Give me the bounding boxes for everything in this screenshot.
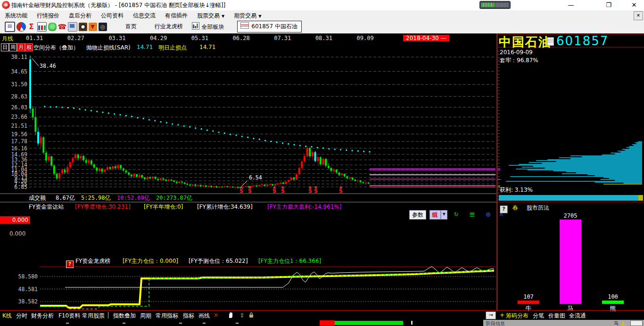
params-button[interactable]: 参数 (409, 210, 426, 220)
svg-text:19.56: 19.56 (11, 131, 27, 138)
toolbar-separator (108, 312, 108, 318)
svg-text:26.03: 26.03 (11, 104, 27, 111)
tiger-help-icon[interactable]: ? (66, 258, 75, 268)
document-close-button[interactable]: ✕ (634, 11, 643, 20)
bottom-tab-分时[interactable]: 分时 (16, 312, 27, 320)
bottom-tab-指标[interactable]: 指标 (183, 312, 194, 320)
status-up-arrow-icon: ▲ (621, 320, 625, 326)
radar-toolbar: 参数 组▼ ↻▼ ≡▼ ⊕ ✕ (408, 210, 505, 220)
bottom-toolbar: K线分时财务分析F10资料常用股票指数叠加周期常用指标指标画线 ✕ ⇕ → + … (0, 311, 644, 319)
radar-second-value: 0.000 (9, 230, 25, 237)
stop-label: 明日止损点 (158, 44, 187, 52)
panel-tab-全流通[interactable]: 全流通 (569, 312, 586, 320)
cost-date: 2016-09-09 (500, 49, 533, 56)
panel-tab-价量图[interactable]: 价量图 (548, 312, 565, 320)
computer-icon[interactable] (68, 22, 77, 32)
calendar-bar-value: 100 (599, 293, 627, 300)
add-pane-button[interactable]: + (500, 312, 504, 318)
scroll-right-button[interactable]: → (486, 311, 496, 319)
svg-text:58.580: 58.580 (18, 273, 38, 280)
compass-icon[interactable]: ◎ (99, 23, 107, 31)
status-dash (123, 323, 125, 324)
svg-text:14.69: 14.69 (11, 151, 27, 158)
menu-item-盘后分析[interactable]: 盘后分析 (64, 10, 96, 21)
stop-value: 14.71 (199, 44, 215, 50)
svg-text:23.66: 23.66 (11, 114, 27, 120)
date-tick: 01.31 (26, 35, 43, 41)
status-gray-panel: 阶段信息 马 ▲ (483, 320, 644, 326)
camera-icon[interactable] (79, 23, 87, 31)
sar-value: 14.71 (137, 44, 153, 50)
status-horse-label: 马 (614, 320, 619, 326)
date-tick: 05.31 (191, 35, 208, 41)
svg-text:38.46: 38.46 (40, 63, 56, 69)
refresh-icon[interactable]: ↻ (452, 210, 461, 219)
group-button[interactable]: 组 (429, 210, 441, 220)
bottom-tab-指数叠加[interactable]: 指数叠加 (113, 312, 136, 320)
svg-text:21.51: 21.51 (11, 122, 27, 129)
list-icon[interactable]: ≡ (468, 210, 477, 219)
bottom-tab-F10资料[interactable]: F10资料 (58, 312, 80, 320)
sigma-icon[interactable]: Σ (27, 23, 36, 31)
period-button-权[interactable]: 权 (25, 43, 33, 51)
menu-item-公司资料[interactable]: 公司资料 (96, 10, 128, 21)
menu-item-期货交易[interactable]: 期货交易▼ (229, 10, 266, 21)
document-icon[interactable]: ▤ (5, 22, 15, 32)
sar-label: 抛物止损线(SAR) (86, 44, 131, 52)
calendar-header: ? 春 股市历法 (500, 204, 549, 213)
period-button-周[interactable]: 周 (9, 43, 17, 51)
radar-value-badge: 0.000 (0, 216, 30, 224)
tiger-header-item: [FY主力仓位1：66.366] (258, 257, 321, 265)
kline-chart-icon (240, 22, 249, 29)
period-button-日[interactable]: 日 (1, 43, 9, 51)
bottom-tab-K线[interactable]: K线 (2, 312, 12, 320)
pie-chart-icon[interactable] (17, 22, 26, 32)
panel-tab-分笔[interactable]: 分笔 (533, 312, 544, 320)
bottom-tab-财务分析[interactable]: 财务分析 (31, 312, 54, 320)
zoom-icon[interactable]: ⊕ (484, 210, 493, 219)
delete-line-icon[interactable]: ✕ (214, 312, 218, 318)
menu-item-信息交流[interactable]: 信息交流 (128, 10, 160, 21)
refresh-dropdown-arrow[interactable]: ▼ (461, 212, 463, 216)
profit-ratio: 获利: 3.13% (500, 186, 533, 194)
radar-header-item: [FY季度增仓:30.231] (75, 203, 131, 211)
bottom-tab-画线[interactable]: 画线 (198, 312, 210, 320)
scroll-arrows-icon[interactable]: ⇕ (239, 312, 245, 319)
dropdown-arrow-icon: ▼ (222, 14, 224, 18)
phone-icon[interactable]: ☎ (58, 23, 66, 31)
calendar-bar-value: 107 (514, 293, 543, 300)
overlay-label[interactable]: 空间分布（叠加） (33, 44, 79, 52)
restore-button[interactable]: ❐ (602, 0, 616, 9)
bottom-tab-常用股票[interactable]: 常用股票 (82, 312, 105, 320)
main-toolbar: ▤Σ☎▼◎ 首页 行业龙虎榜 全部板块 601857 中国石油 (0, 21, 644, 33)
stock-doc-icon[interactable] (547, 37, 554, 46)
list-dropdown-arrow[interactable]: ▼ (477, 212, 479, 216)
menu-item-系统功能[interactable]: 系统功能 (0, 10, 32, 21)
status-red-block (320, 320, 335, 326)
app-window: ❋ 指南针金融理财风险控制系统（无极版） - [601857 中国石油 翻页[全… (0, 0, 644, 326)
period-button-月[interactable]: 月 (17, 43, 25, 51)
folder-icon[interactable]: ▼ (89, 23, 97, 31)
panel-tab-筹码分布[interactable]: 筹码分布 (506, 312, 528, 320)
menu-item-股票交易[interactable]: 股票交易▼ (192, 10, 229, 21)
svg-text:7.55: 7.55 (14, 181, 27, 187)
status-dash (203, 323, 206, 324)
bottom-tab-周期[interactable]: 周期 (140, 312, 151, 320)
calendar-help-icon[interactable]: ? (500, 205, 508, 213)
date-tick: 06.28 (233, 35, 250, 41)
active-stock-tab[interactable]: 601857 中国石油 (237, 21, 302, 33)
frog-icon[interactable] (48, 23, 57, 31)
report-icon[interactable] (37, 22, 47, 32)
group-dropdown-arrow[interactable]: ▼ (441, 210, 447, 220)
title-bar: ❋ 指南针金融理财风险控制系统（无极版） - [601857 中国石油 翻页[全… (0, 0, 644, 10)
all-boards-button[interactable]: 全部板块 (192, 22, 224, 31)
menu-item-行情报价[interactable]: 行情报价 (32, 10, 64, 21)
menu-item-有偿插件[interactable]: 有偿插件 (160, 10, 192, 21)
minimize-button[interactable]: — (564, 0, 578, 9)
radar-header-item: FY资金雷达站 (29, 203, 64, 211)
home-button[interactable]: 首页 (125, 23, 137, 31)
industry-board-button[interactable]: 行业龙虎榜 (155, 23, 183, 31)
bottom-tab-常用指标[interactable]: 常用指标 (156, 312, 178, 320)
close-button[interactable]: ✕ (627, 0, 641, 9)
turnover-item: 5:25.98亿 (81, 194, 111, 202)
